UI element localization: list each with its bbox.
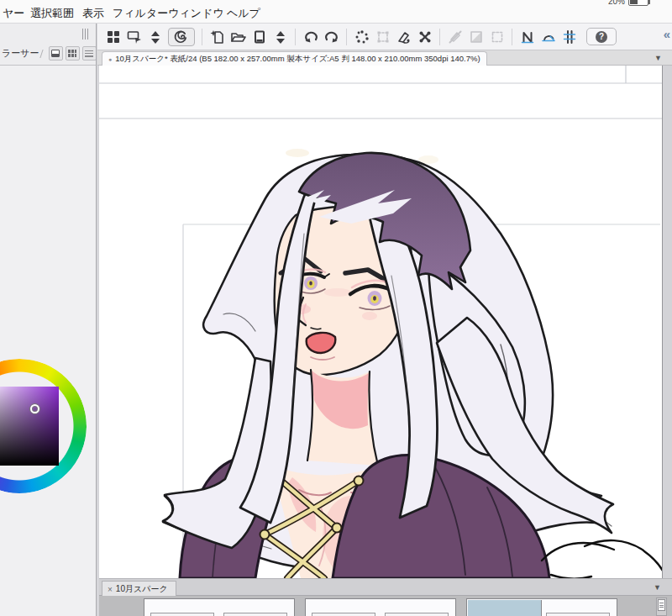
tab-color-history[interactable] bbox=[82, 46, 97, 61]
selected-page-highlight bbox=[468, 600, 542, 616]
undo-icon[interactable] bbox=[300, 27, 321, 47]
page-manager: × 10月スパーク ▼ bbox=[99, 578, 672, 616]
page-stepper-arrows-icon[interactable] bbox=[270, 27, 291, 47]
color-panel-tabs: ラーサー bbox=[0, 42, 97, 66]
battery-indicator: 20% bbox=[608, 0, 648, 7]
menu-item-layer-truncated[interactable]: ヤー bbox=[3, 6, 24, 21]
clip-studio-spiral-button[interactable] bbox=[168, 28, 195, 46]
sketch-strokes bbox=[542, 540, 662, 578]
page-manager-tab[interactable]: × 10月スパーク bbox=[102, 581, 176, 597]
thumbnail-scrollbar[interactable] bbox=[656, 598, 667, 616]
page-manager-tab-bar: × 10月スパーク ▼ bbox=[99, 578, 672, 596]
blend-pen-icon[interactable] bbox=[393, 27, 414, 47]
scrollbar-thumb[interactable] bbox=[658, 599, 665, 611]
battery-percent-label: 20% bbox=[608, 0, 625, 6]
panel-grip-icon[interactable] bbox=[82, 29, 92, 39]
page-spread-thumbnail-1[interactable] bbox=[144, 598, 295, 616]
close-tab-icon[interactable]: × bbox=[108, 585, 113, 594]
document-tab-title: 10月スパーク* 表紙/24 (B5 182.00 x 257.00mm 製本サ… bbox=[115, 54, 480, 65]
perspective-ruler-icon[interactable] bbox=[517, 27, 538, 47]
color-history-icon bbox=[85, 50, 93, 57]
fill-area-icon-disabled bbox=[465, 27, 486, 47]
mesh-transform-icon[interactable] bbox=[414, 27, 435, 47]
color-wheel-body bbox=[0, 66, 97, 616]
page-spread-thumbnail-2[interactable] bbox=[305, 598, 456, 616]
redo-icon[interactable] bbox=[321, 27, 342, 47]
menu-item-selection[interactable]: 選択範囲 bbox=[30, 6, 74, 21]
display-transfer-icon[interactable] bbox=[123, 27, 144, 47]
color-set-icon bbox=[68, 50, 76, 57]
battery-icon bbox=[628, 0, 648, 6]
collapse-panel-icon[interactable]: « bbox=[664, 27, 670, 41]
open-folder-icon[interactable] bbox=[228, 27, 249, 47]
document-tab-bar: ● 10月スパーク* 表紙/24 (B5 182.00 x 257.00mm 製… bbox=[97, 50, 672, 66]
no-editing-icon-disabled bbox=[444, 27, 465, 47]
menu-item-window[interactable]: ウィンドウ bbox=[168, 6, 224, 21]
mouth bbox=[307, 333, 336, 353]
tab-edge-mark bbox=[39, 50, 48, 58]
stepper-arrows-icon[interactable] bbox=[144, 27, 165, 47]
canvas-artwork[interactable] bbox=[99, 66, 662, 578]
modified-dot-icon: ● bbox=[108, 56, 112, 62]
document-tab[interactable]: ● 10月スパーク* 表紙/24 (B5 182.00 x 257.00mm 製… bbox=[102, 51, 487, 66]
right-panel-strip[interactable] bbox=[662, 66, 672, 578]
workspace-grid-icon[interactable] bbox=[102, 27, 123, 47]
tab-color-circle[interactable]: ラーサー bbox=[2, 47, 39, 60]
menu-item-view[interactable]: 表示 bbox=[82, 6, 104, 21]
command-toolbar: ? « bbox=[97, 24, 672, 50]
canvas-viewport[interactable] bbox=[99, 66, 662, 578]
tab-color-set[interactable] bbox=[66, 46, 80, 61]
page-manager-tab-label: 10月スパーク bbox=[116, 583, 168, 595]
help-icon: ? bbox=[596, 31, 607, 43]
symmetry-ruler-icon[interactable] bbox=[559, 27, 580, 47]
transform-frame-icon-disabled bbox=[372, 27, 393, 47]
shoulder-hair-left bbox=[163, 358, 271, 548]
menu-item-help[interactable]: ヘルプ bbox=[227, 6, 260, 21]
selection-area-icon-disabled bbox=[486, 27, 507, 47]
help-button[interactable]: ? bbox=[586, 28, 617, 45]
page-thumbnail-strip bbox=[99, 596, 672, 616]
page-view-icon[interactable] bbox=[249, 27, 270, 47]
paint-smudge bbox=[286, 149, 309, 157]
page-spread-thumbnail-3[interactable] bbox=[466, 598, 617, 616]
character-illustration bbox=[163, 153, 662, 578]
tab-color-slider[interactable] bbox=[49, 46, 63, 61]
menu-item-filter[interactable]: フィルター bbox=[113, 6, 168, 21]
page-manager-dropdown-icon[interactable]: ▼ bbox=[654, 583, 661, 592]
new-page-icon[interactable] bbox=[207, 27, 228, 47]
color-selector-handle[interactable] bbox=[30, 404, 39, 413]
color-wheel-panel: ラーサー bbox=[0, 24, 97, 616]
curve-ruler-icon[interactable] bbox=[538, 27, 559, 47]
color-slider-icon bbox=[51, 50, 60, 57]
saturation-value-square[interactable] bbox=[0, 387, 59, 466]
spray-select-icon[interactable] bbox=[351, 27, 372, 47]
tab-list-dropdown-icon[interactable]: ▼ bbox=[654, 54, 662, 62]
menu-bar: ヤー 選択範囲 表示 フィルター ウィンドウ ヘルプ 20% bbox=[0, 0, 672, 24]
